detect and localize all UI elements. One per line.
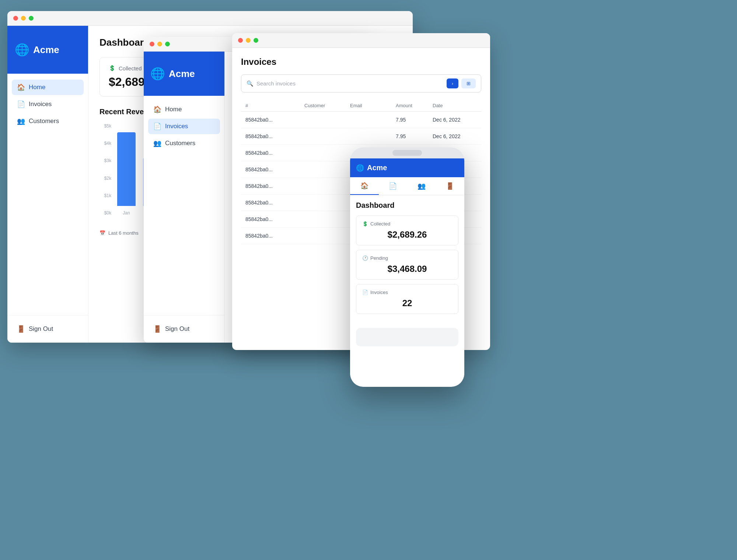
mobile-dashboard-title: Dashboard [356, 201, 458, 210]
mobile-invoices-num: 22 [362, 298, 452, 308]
invoice-titlebar [232, 33, 490, 48]
search-bar: 🔍 Search invoices › ⊞ [241, 74, 481, 92]
tablet-home-icon: 🏠 [153, 105, 161, 113]
search-input[interactable]: Search invoices [256, 80, 444, 87]
mobile-nav-invoices[interactable]: 📄 [379, 177, 408, 195]
bar-jan-rect [117, 132, 136, 206]
bar-jan: Jan [117, 132, 136, 216]
mobile-pending-stat: 🕐 Pending $3,468.09 [356, 250, 458, 280]
table-header: # Customer Email Amount Date [241, 100, 481, 112]
mobile-notch [392, 150, 422, 156]
tablet-nav: 🏠 Home 📄 Invoices 👥 Customers [144, 96, 224, 315]
invoice-minimize-button[interactable] [246, 38, 251, 43]
signout-icon: 🚪 [17, 325, 25, 333]
sidebar-invoices-label: Invoices [29, 101, 52, 108]
mobile-statusbar [350, 147, 464, 158]
sidebar-customers-label: Customers [29, 118, 59, 125]
tablet-customers-icon: 👥 [153, 139, 161, 147]
tablet-home-label: Home [165, 106, 182, 113]
mobile-body: Dashboard 💲 Collected $2,689.26 🕐 Pendin… [350, 195, 464, 324]
filter-button[interactable]: ⊞ [461, 78, 476, 88]
tablet-customers-label: Customers [165, 140, 195, 147]
mobile-clock-icon: 🕐 [362, 255, 368, 261]
tablet-minimize-button[interactable] [157, 42, 162, 46]
home-icon: 🏠 [17, 83, 25, 91]
tablet-app-name: Acme [169, 68, 195, 80]
tablet-signout-button[interactable]: 🚪 Sign Out [148, 321, 220, 337]
mobile-invoices-stat: 📄 Invoices 22 [356, 284, 458, 314]
mobile-nav: 🏠 📄 👥 🚪 [350, 177, 464, 195]
tablet-maximize-button[interactable] [165, 42, 170, 46]
tablet-signout-label: Sign Out [165, 325, 189, 333]
tablet-nav-customers[interactable]: 👥 Customers [148, 136, 220, 151]
tablet-logo: 🌐 Acme [144, 52, 224, 96]
desktop-logo: 🌐 Acme [7, 26, 88, 74]
mobile-header: 🌐 Acme [350, 158, 464, 177]
mobile-invoices-label: 📄 Invoices [362, 290, 452, 295]
mobile-pending-label: 🕐 Pending [362, 255, 452, 261]
sidebar-item-customers[interactable]: 👥 Customers [12, 113, 84, 129]
tablet-nav-home[interactable]: 🏠 Home [148, 102, 220, 117]
sidebar-item-home[interactable]: 🏠 Home [12, 80, 84, 95]
desktop-sidebar-bottom: 🚪 Sign Out [7, 315, 88, 343]
dollar-circle-icon: 💲 [109, 65, 116, 71]
signout-label: Sign Out [29, 325, 53, 333]
mobile-pending-value: $3,468.09 [362, 264, 452, 274]
mobile-dollar-icon: 💲 [362, 221, 368, 227]
mobile-collected-label: 💲 Collected [362, 221, 452, 227]
minimize-button[interactable] [21, 16, 26, 21]
tablet-nav-invoices[interactable]: 📄 Invoices [148, 119, 220, 134]
globe-icon: 🌐 [15, 43, 29, 57]
invoice-close-button[interactable] [238, 38, 243, 43]
desktop-sidebar: 🌐 Acme 🏠 Home 📄 Invoices 👥 Customers [7, 26, 88, 343]
calendar-icon: 📅 [99, 230, 105, 236]
mobile-globe-icon: 🌐 [356, 164, 364, 172]
invoice-maximize-button[interactable] [254, 38, 258, 43]
mobile-collected-value: $2,689.26 [362, 230, 452, 240]
sidebar-item-invoices[interactable]: 📄 Invoices [12, 97, 84, 112]
table-row[interactable]: 85842ba0... 7.95 Dec 6, 2022 [241, 128, 481, 145]
maximize-button[interactable] [29, 16, 34, 21]
mobile-window: 🌐 Acme 🏠 📄 👥 🚪 Dashboard 💲 Collected $2,… [350, 147, 464, 387]
desktop-nav: 🏠 Home 📄 Invoices 👥 Customers [7, 74, 88, 315]
chart-y-axis: $5k $4k $3k $2k $1k $0k [99, 123, 114, 216]
table-row[interactable]: 85842ba0... 7.95 Dec 6, 2022 [241, 112, 481, 128]
search-icon: 🔍 [247, 80, 254, 87]
search-button[interactable]: › [447, 78, 458, 88]
tablet-sidebar: 🌐 Acme 🏠 Home 📄 Invoices 👥 Customers [144, 52, 225, 343]
tablet-globe-icon: 🌐 [150, 67, 165, 81]
desktop-app-name: Acme [33, 44, 59, 56]
mobile-nav-customers[interactable]: 👥 [407, 177, 436, 195]
tablet-invoices-label: Invoices [165, 123, 188, 130]
mobile-doc-icon: 📄 [362, 290, 368, 295]
close-button[interactable] [13, 16, 18, 21]
mobile-collected-stat: 💲 Collected $2,689.26 [356, 216, 458, 245]
tablet-invoices-icon: 📄 [153, 122, 161, 130]
invoices-icon: 📄 [17, 100, 25, 108]
mobile-app-name: Acme [367, 164, 387, 172]
mobile-nav-signout[interactable]: 🚪 [436, 177, 465, 195]
sidebar-home-label: Home [29, 84, 45, 91]
desktop-titlebar [7, 11, 413, 26]
tablet-signout-icon: 🚪 [153, 325, 161, 333]
mobile-nav-home[interactable]: 🏠 [350, 177, 379, 195]
invoice-page-title: Invoices [241, 57, 481, 67]
tablet-sidebar-bottom: 🚪 Sign Out [144, 315, 224, 343]
customers-icon: 👥 [17, 117, 25, 125]
tablet-close-button[interactable] [150, 42, 154, 46]
mobile-bottom-bar [356, 328, 458, 346]
signout-button[interactable]: 🚪 Sign Out [12, 321, 84, 337]
